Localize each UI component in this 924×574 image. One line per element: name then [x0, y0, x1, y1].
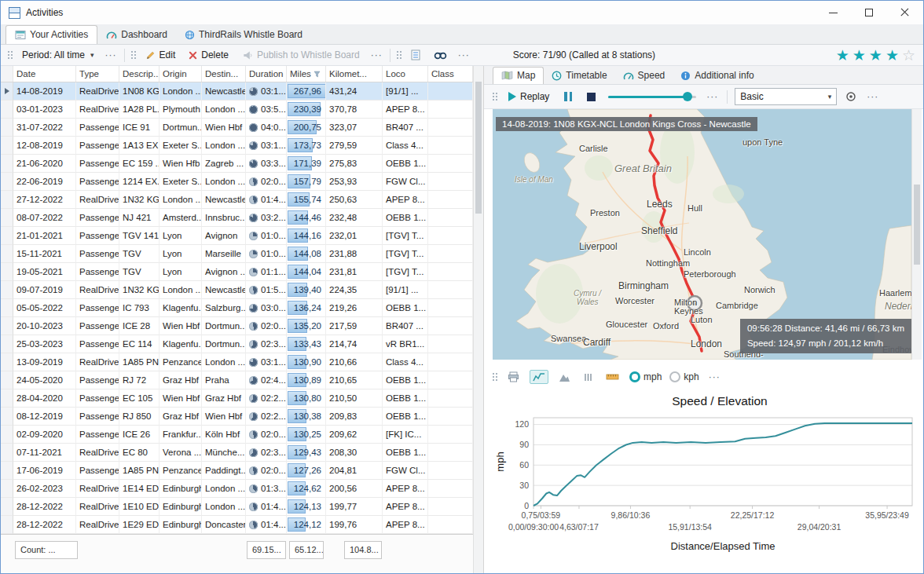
mph-radio[interactable]: mph	[629, 371, 662, 382]
table-row[interactable]: 31-07-2022PassengerICE 91Dortmun...Wien …	[1, 119, 473, 137]
table-row[interactable]: 02-09-2020PassengerICE 26Frankfur...Köln…	[1, 426, 473, 444]
replay-button[interactable]: Replay	[504, 90, 553, 104]
tab-additional-info[interactable]: Additional info	[673, 68, 761, 84]
column-header-destination[interactable]: Destin...	[202, 66, 246, 82]
tab-speed[interactable]: Speed	[615, 68, 673, 84]
stop-button[interactable]	[583, 91, 600, 103]
table-row[interactable]: 03-01-2023RealDrive1A28 PL...PlymouthLon…	[1, 101, 473, 119]
cell-duration: 02:2...	[246, 408, 287, 426]
table-row[interactable]: 08-07-2022PassengerNJ 421Amsterd...Innsb…	[1, 209, 473, 227]
tab-your-activities[interactable]: Your Activities	[6, 25, 97, 44]
star-icon[interactable]: ★	[886, 48, 899, 63]
find-button[interactable]	[430, 49, 451, 61]
cell-destination: Dortmun...	[202, 335, 246, 353]
column-header-miles[interactable]: Miles	[287, 66, 326, 82]
table-row[interactable]: 15-11-2021PassengerTGVLyonMarseille01:0.…	[1, 245, 473, 263]
table-row[interactable]: 05-05-2022PassengerIC 793Klagenfu...Salz…	[1, 299, 473, 317]
ruler-button[interactable]	[603, 372, 622, 382]
table-row[interactable]: 21-06-2020PassengerEC 159 ...Wien HfbZag…	[1, 155, 473, 173]
table-row[interactable]: 27-12-2022RealDrive1N32 KG...London ...N…	[1, 191, 473, 209]
table-row[interactable]: 17-06-2019Passenger1A85 PN...PenzancePad…	[1, 462, 473, 480]
tab-dashboard[interactable]: Dashboard	[97, 26, 176, 44]
table-row[interactable]: 20-10-2023PassengerICE 28Wien HbfDortmun…	[1, 317, 473, 335]
maximize-button[interactable]	[851, 1, 887, 24]
star-icon[interactable]: ★	[852, 48, 866, 63]
period-dropdown[interactable]: Period: All time ▾	[18, 48, 98, 62]
table-row[interactable]: 07-11-2021RealDriveEC 80Verona ...Münche…	[1, 444, 473, 462]
map-canvas[interactable]: upon TyneCarlisleGreat BritainIsle of Ma…	[493, 109, 911, 360]
tools-overflow-button[interactable]: ···	[456, 49, 471, 60]
cell-date: 03-01-2023	[13, 101, 76, 119]
position-marker-icon[interactable]	[688, 296, 702, 310]
star-icon[interactable]: ☆	[902, 48, 915, 63]
close-button[interactable]	[887, 1, 923, 24]
cell-destination: Newcastle	[202, 191, 246, 209]
radio-unselected-icon	[669, 371, 680, 382]
table-row[interactable]: 19-05-2021PassengerTGVLyonAvignon ...01:…	[1, 263, 473, 281]
drag-handle-icon[interactable]	[396, 50, 402, 60]
row-indicator	[1, 480, 13, 498]
map-scrollbar-thumb[interactable]	[914, 185, 920, 265]
cell-kilometers: 231,81	[326, 263, 383, 281]
table-row[interactable]: 28-12-2022RealDrive1E29 ED...EdinburghDo…	[1, 516, 473, 534]
drag-handle-icon[interactable]	[7, 50, 13, 60]
tab-timetable[interactable]: Timetable	[544, 68, 614, 84]
publish-button[interactable]: Publish to Whistle Board	[238, 48, 364, 62]
star-icon[interactable]: ★	[836, 48, 849, 63]
drag-handle-icon[interactable]	[130, 50, 136, 60]
grid-scrollbar[interactable]	[473, 66, 483, 573]
table-row[interactable]: 21-01-2021PassengerTGV 1412LyonAvignon01…	[1, 227, 473, 245]
map-overflow-button[interactable]: ···	[865, 91, 880, 102]
print-button[interactable]	[505, 370, 522, 384]
table-row[interactable]: 22-06-2019Passenger1214 EX...Exeter S...…	[1, 173, 473, 191]
replay-progress-slider[interactable]	[608, 91, 696, 102]
column-header-duration[interactable]: Duration	[246, 66, 287, 82]
table-row[interactable]: 12-08-2019Passenger1A13 EX...Exeter S...…	[1, 137, 473, 155]
map-scrollbar[interactable]	[911, 109, 922, 360]
play-icon	[508, 92, 516, 101]
publish-overflow-button[interactable]: ···	[369, 49, 384, 60]
table-row[interactable]: 28-04-2020PassengerEC 105Wien HbfGraz Hb…	[1, 389, 473, 408]
period-overflow-button[interactable]: ···	[104, 49, 119, 60]
table-row[interactable]: 25-03-2023PassengerEC 114Klagenfu...Dort…	[1, 335, 473, 353]
table-row[interactable]: 09-07-2019RealDrive1N32 KG...London ...N…	[1, 281, 473, 299]
chart-overflow-button[interactable]: ···	[707, 371, 722, 382]
elevation-toggle[interactable]	[556, 371, 573, 384]
drag-handle-icon[interactable]	[492, 372, 497, 382]
pause-button[interactable]	[560, 90, 576, 103]
map-style-select[interactable]: Basic ▾	[735, 88, 837, 105]
table-row[interactable]: 24-05-2020PassengerRJ 72Graz HbfPraha02:…	[1, 371, 473, 389]
count-box[interactable]: Count: ...	[15, 541, 78, 559]
tab-thirdrails-whistle-board[interactable]: ThirdRails Whistle Board	[176, 26, 311, 44]
drag-handle-icon[interactable]	[492, 92, 497, 102]
row-indicator	[1, 245, 13, 263]
star-icon[interactable]: ★	[869, 48, 882, 63]
speed-curve-toggle[interactable]	[530, 370, 548, 384]
grid-scrollbar-thumb[interactable]	[475, 82, 482, 214]
column-header-loco[interactable]: Loco	[383, 66, 428, 82]
gradient-marks-toggle[interactable]	[581, 371, 596, 384]
table-row[interactable]: 13-09-2019RealDrive1A85 PN...PenzanceLon…	[1, 353, 473, 371]
column-header-description[interactable]: Descrip...	[119, 66, 160, 82]
column-header-kilometers[interactable]: Kilomet...	[326, 66, 383, 82]
svg-text:mph: mph	[494, 452, 506, 471]
table-row[interactable]: 08-12-2019PassengerRJ 850Graz HbfWien Hb…	[1, 408, 473, 426]
table-row[interactable]: 14-08-2019RealDrive1N08 KG...London ...N…	[1, 82, 473, 101]
replay-overflow-button[interactable]: ···	[705, 91, 720, 102]
edit-button[interactable]: Edit	[141, 48, 180, 62]
column-header-class[interactable]: Class	[428, 66, 473, 82]
table-row[interactable]: 26-02-2023RealDrive1E14 ED...EdinburghLo…	[1, 480, 473, 498]
chevron-down-icon: ▾	[828, 93, 832, 101]
column-header-origin[interactable]: Origin	[160, 66, 202, 82]
minimize-button[interactable]	[815, 1, 851, 24]
column-header-date[interactable]: Date	[13, 66, 76, 82]
tab-map[interactable]: Map	[493, 67, 544, 84]
delete-button[interactable]: Delete	[185, 48, 233, 62]
follow-position-button[interactable]	[844, 90, 858, 104]
column-header-type[interactable]: Type	[76, 66, 119, 82]
report-button[interactable]	[407, 48, 424, 62]
cell-kilometers: 370,78	[326, 101, 383, 119]
table-row[interactable]: 28-12-2022RealDrive1E10 ED...EdinburghLo…	[1, 498, 473, 516]
slider-thumb[interactable]	[683, 92, 692, 101]
kph-radio[interactable]: kph	[669, 371, 698, 382]
